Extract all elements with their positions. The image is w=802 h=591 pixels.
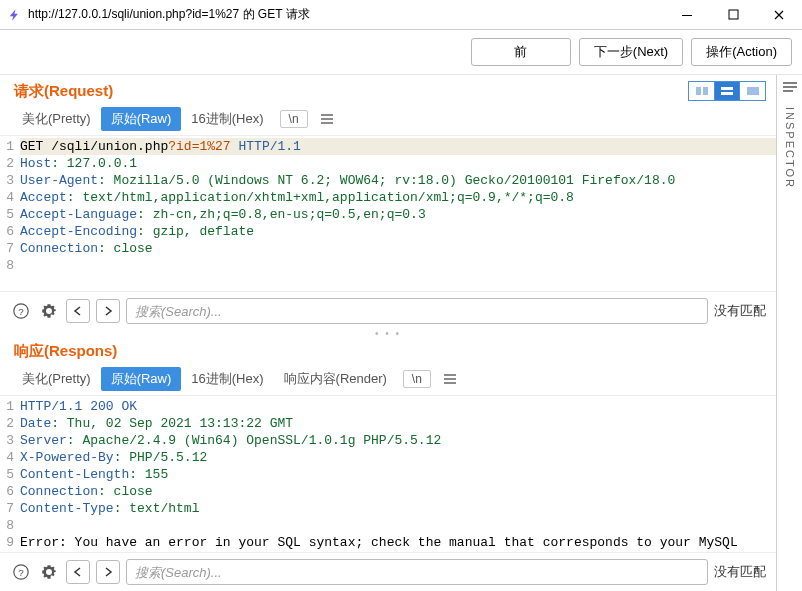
tab-render[interactable]: 响应内容(Render) bbox=[274, 367, 397, 391]
response-editor[interactable]: 1HTTP/1.1 200 OK 2Date: Thu, 02 Sep 2021… bbox=[0, 395, 776, 552]
maximize-button[interactable] bbox=[710, 0, 756, 30]
inspector-toggle-icon[interactable] bbox=[782, 81, 798, 93]
newline-toggle[interactable]: \n bbox=[403, 370, 431, 388]
svg-rect-4 bbox=[721, 87, 733, 90]
response-title: 响应(Respons) bbox=[14, 342, 117, 361]
inspector-sidebar[interactable]: INSPECTOR bbox=[776, 75, 802, 591]
tab-hex[interactable]: 16进制(Hex) bbox=[181, 107, 273, 131]
tab-pretty[interactable]: 美化(Pretty) bbox=[12, 367, 101, 391]
svg-rect-3 bbox=[703, 87, 708, 95]
newline-toggle[interactable]: \n bbox=[280, 110, 308, 128]
svg-rect-5 bbox=[721, 92, 733, 95]
svg-text:?: ? bbox=[18, 567, 24, 578]
back-button[interactable]: 前 bbox=[471, 38, 571, 66]
help-icon[interactable]: ? bbox=[10, 300, 32, 322]
search-next-button[interactable] bbox=[96, 299, 120, 323]
response-pane: 响应(Respons) 美化(Pretty) 原始(Raw) 16进制(Hex)… bbox=[0, 336, 776, 591]
request-pane: 请求(Request) 美化(Pretty) 原始(Raw) 16进制(Hex)… bbox=[0, 75, 776, 330]
response-searchbar: ? 没有匹配 bbox=[0, 552, 776, 591]
help-icon[interactable]: ? bbox=[10, 561, 32, 583]
request-tabs: 美化(Pretty) 原始(Raw) 16进制(Hex) \n bbox=[0, 103, 776, 135]
options-icon[interactable] bbox=[316, 109, 338, 129]
window-title: http://127.0.0.1/sqli/union.php?id=1%27 … bbox=[28, 6, 664, 23]
search-prev-button[interactable] bbox=[66, 560, 90, 584]
svg-rect-2 bbox=[696, 87, 701, 95]
search-input[interactable] bbox=[126, 559, 708, 585]
action-button[interactable]: 操作(Action) bbox=[691, 38, 792, 66]
inspector-label: INSPECTOR bbox=[784, 107, 796, 189]
gear-icon[interactable] bbox=[38, 561, 60, 583]
request-searchbar: ? 没有匹配 bbox=[0, 291, 776, 330]
titlebar: http://127.0.0.1/sqli/union.php?id=1%27 … bbox=[0, 0, 802, 30]
svg-text:?: ? bbox=[18, 306, 24, 317]
top-toolbar: 前 下一步(Next) 操作(Action) bbox=[0, 30, 802, 75]
tab-raw[interactable]: 原始(Raw) bbox=[101, 107, 182, 131]
tab-hex[interactable]: 16进制(Hex) bbox=[181, 367, 273, 391]
search-status: 没有匹配 bbox=[714, 563, 766, 581]
request-title: 请求(Request) bbox=[14, 82, 113, 101]
minimize-button[interactable] bbox=[664, 0, 710, 30]
gear-icon[interactable] bbox=[38, 300, 60, 322]
next-button[interactable]: 下一步(Next) bbox=[579, 38, 683, 66]
app-icon bbox=[6, 6, 24, 24]
close-button[interactable] bbox=[756, 0, 802, 30]
tab-pretty[interactable]: 美化(Pretty) bbox=[12, 107, 101, 131]
options-icon[interactable] bbox=[439, 369, 461, 389]
tab-raw[interactable]: 原始(Raw) bbox=[101, 367, 182, 391]
search-prev-button[interactable] bbox=[66, 299, 90, 323]
svg-rect-6 bbox=[747, 87, 759, 95]
svg-rect-1 bbox=[729, 10, 738, 19]
response-tabs: 美化(Pretty) 原始(Raw) 16进制(Hex) 响应内容(Render… bbox=[0, 363, 776, 395]
search-input[interactable] bbox=[126, 298, 708, 324]
search-status: 没有匹配 bbox=[714, 302, 766, 320]
search-next-button[interactable] bbox=[96, 560, 120, 584]
request-editor[interactable]: 1GET /sqli/union.php?id=1%27 HTTP/1.1 2H… bbox=[0, 135, 776, 291]
svg-rect-0 bbox=[682, 15, 692, 16]
layout-toggle[interactable] bbox=[688, 81, 766, 101]
